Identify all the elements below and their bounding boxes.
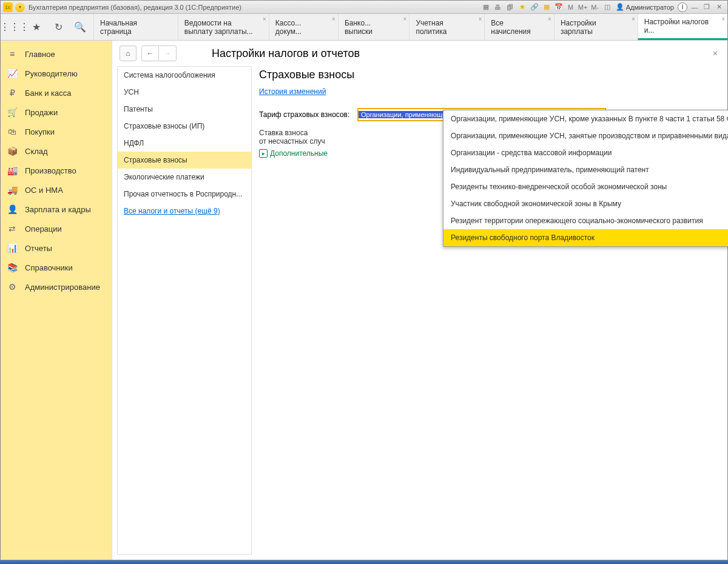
tab-3[interactable]: Банко... выписки× bbox=[338, 14, 410, 40]
calendar-icon[interactable]: 📅 bbox=[553, 2, 564, 12]
section-item[interactable]: УСН bbox=[118, 84, 251, 101]
search-icon[interactable]: 🔍 bbox=[75, 22, 86, 33]
doc-icon[interactable]: 🗐 bbox=[505, 2, 516, 12]
section-item[interactable]: Страховые взносы bbox=[118, 152, 251, 169]
tab-close-icon[interactable]: × bbox=[403, 16, 407, 22]
tab-label: Кассо... докум... bbox=[275, 19, 325, 36]
app-logo-icon: 1c bbox=[3, 2, 13, 12]
tab-close-icon[interactable]: × bbox=[332, 16, 335, 22]
tab-close-icon[interactable]: × bbox=[263, 16, 266, 22]
info-icon[interactable]: i bbox=[678, 2, 687, 12]
tab-label: Начальная страница bbox=[100, 19, 164, 36]
dropdown-item[interactable]: Индивидуальный предприниматель, применяю… bbox=[443, 161, 728, 178]
tab-4[interactable]: Учетная политика× bbox=[409, 14, 484, 40]
dropdown-item[interactable]: Организации, применяющие УСН, кроме указ… bbox=[443, 110, 728, 127]
sidebar-label: Продажи bbox=[25, 108, 58, 117]
user-label[interactable]: 👤Администратор bbox=[616, 3, 674, 11]
tab-label: Настройки зарплаты bbox=[561, 19, 624, 36]
tab-close-icon[interactable]: × bbox=[548, 16, 551, 22]
tab-label: Настройки налогов и... bbox=[644, 18, 714, 35]
section-item[interactable]: Страховые взносы (ИП) bbox=[118, 118, 251, 135]
tab-close-icon[interactable]: × bbox=[478, 16, 482, 22]
sections-more-link[interactable]: Все налоги и отчеты (ещё 9) bbox=[118, 203, 251, 220]
dropdown-item[interactable]: Организации, применяющие УСН, занятые пр… bbox=[443, 127, 728, 144]
tab-5[interactable]: Все начисления× bbox=[484, 14, 554, 40]
app-window: 1c ▾ Бухгалтерия предприятия (базовая), … bbox=[0, 0, 728, 560]
minimize-icon[interactable]: — bbox=[689, 2, 700, 12]
section-item[interactable]: Прочая отчетность в Росприродн... bbox=[118, 186, 251, 203]
link-icon[interactable]: 🔗 bbox=[529, 2, 540, 12]
tab-1[interactable]: Ведомости на выплату зарплаты...× bbox=[178, 14, 269, 40]
panel-icon[interactable]: ◫ bbox=[602, 2, 613, 12]
history-icon[interactable]: ↻ bbox=[53, 22, 64, 33]
tab-label: Банко... выписки bbox=[345, 19, 396, 36]
sidebar-item-1[interactable]: 📈Руководителю bbox=[1, 64, 112, 83]
dropdown-item[interactable]: Участник свободной экономической зоны в … bbox=[443, 195, 728, 212]
calc-icon[interactable]: ▦ bbox=[541, 2, 552, 12]
sidebar-icon: 🛒 bbox=[7, 107, 18, 117]
additional-toggle[interactable]: ▸ Дополнительные bbox=[259, 149, 328, 158]
window-title: Бухгалтерия предприятия (базовая), редак… bbox=[29, 4, 480, 11]
tab-label: Ведомости на выплату зарплаты... bbox=[184, 19, 255, 36]
sidebar-label: Склад bbox=[25, 147, 48, 156]
sidebar-icon: 👤 bbox=[7, 204, 18, 214]
sidebar-label: Главное bbox=[25, 50, 55, 59]
dropdown-item[interactable]: Резиденты технико-внедренческой особой э… bbox=[443, 178, 728, 195]
sidebar-label: Покупки bbox=[25, 127, 55, 136]
section-item[interactable]: НДФЛ bbox=[118, 135, 251, 152]
tab-close-icon[interactable]: × bbox=[632, 16, 635, 22]
page-close-button[interactable]: × bbox=[710, 46, 720, 61]
sidebar-item-4[interactable]: 🛍Покупки bbox=[1, 122, 112, 141]
home-button[interactable]: ⌂ bbox=[120, 45, 136, 61]
maximize-icon[interactable]: ❐ bbox=[701, 2, 712, 12]
sidebar-item-3[interactable]: 🛒Продажи bbox=[1, 102, 112, 122]
tab-0[interactable]: Начальная страница bbox=[93, 14, 178, 40]
sidebar-icon: 🚚 bbox=[7, 185, 18, 195]
m-icon[interactable]: M bbox=[565, 2, 576, 12]
section-item[interactable]: Система налогообложения bbox=[118, 67, 251, 84]
apps-icon[interactable]: ⋮⋮⋮ bbox=[9, 22, 20, 33]
tab-2[interactable]: Кассо... докум...× bbox=[269, 14, 338, 40]
back-button[interactable]: ← bbox=[142, 46, 159, 61]
sidebar-item-12[interactable]: ⚙Администрирование bbox=[1, 277, 112, 297]
tab-6[interactable]: Настройки зарплаты× bbox=[554, 14, 638, 40]
dropdown-item[interactable]: Организации - средства массовой информац… bbox=[443, 144, 728, 161]
close-icon[interactable]: ✕ bbox=[713, 2, 724, 12]
dropdown-item[interactable]: Резидент территории опережающего социаль… bbox=[443, 212, 728, 229]
tab-close-icon[interactable]: × bbox=[721, 16, 725, 22]
mplus-icon[interactable]: M+ bbox=[578, 2, 588, 12]
sidebar-item-8[interactable]: 👤Зарплата и кадры bbox=[1, 200, 112, 219]
star-icon[interactable]: ★ bbox=[517, 2, 528, 12]
sidebar-item-6[interactable]: 🏭Производство bbox=[1, 161, 112, 180]
sidebar-item-5[interactable]: 📦Склад bbox=[1, 141, 112, 161]
dropdown-item[interactable]: Резиденты свободного порта Владивосток bbox=[443, 229, 728, 246]
sidebar-item-9[interactable]: ⇄Операции bbox=[1, 219, 112, 238]
history-link[interactable]: История изменений bbox=[259, 87, 326, 96]
section-item[interactable]: Патенты bbox=[118, 101, 251, 118]
sidebar-item-2[interactable]: ₽Банк и касса bbox=[1, 83, 112, 102]
sidebar-label: Администрирование bbox=[25, 283, 100, 292]
favorite-icon[interactable]: ★ bbox=[31, 22, 42, 33]
sidebar-item-0[interactable]: ≡Главное bbox=[1, 44, 112, 64]
toolbar-icon[interactable]: ▦ bbox=[480, 2, 491, 12]
sidebar-item-7[interactable]: 🚚ОС и НМА bbox=[1, 180, 112, 200]
sidebar-item-11[interactable]: 📚Справочники bbox=[1, 258, 112, 277]
sidebar-label: Отчеты bbox=[25, 244, 52, 253]
tabs-bar: ⋮⋮⋮ ★ ↻ 🔍 Начальная страницаВедомости на… bbox=[1, 14, 727, 41]
sidebar-label: Производство bbox=[25, 166, 76, 175]
nav-group: ← → bbox=[141, 45, 177, 61]
tab-7[interactable]: Настройки налогов и...× bbox=[638, 14, 727, 40]
tab-label: Учетная политика bbox=[416, 19, 471, 36]
sidebar-icon: 📈 bbox=[7, 69, 18, 78]
tariff-label: Тариф страховых взносов: bbox=[259, 110, 354, 119]
sidebar-icon: 📚 bbox=[7, 263, 18, 272]
section-item[interactable]: Экологические платежи bbox=[118, 169, 251, 186]
sidebar-icon: 🏭 bbox=[7, 166, 18, 175]
forward-button[interactable]: → bbox=[159, 46, 176, 61]
sidebar-item-10[interactable]: 📊Отчеты bbox=[1, 238, 112, 258]
dropdown-icon[interactable]: ▾ bbox=[15, 2, 25, 12]
sidebar-icon: 📦 bbox=[7, 146, 18, 156]
sidebar-icon: ⇄ bbox=[7, 224, 18, 233]
print-icon[interactable]: 🖶 bbox=[493, 2, 504, 12]
mminus-icon[interactable]: M- bbox=[590, 2, 601, 12]
